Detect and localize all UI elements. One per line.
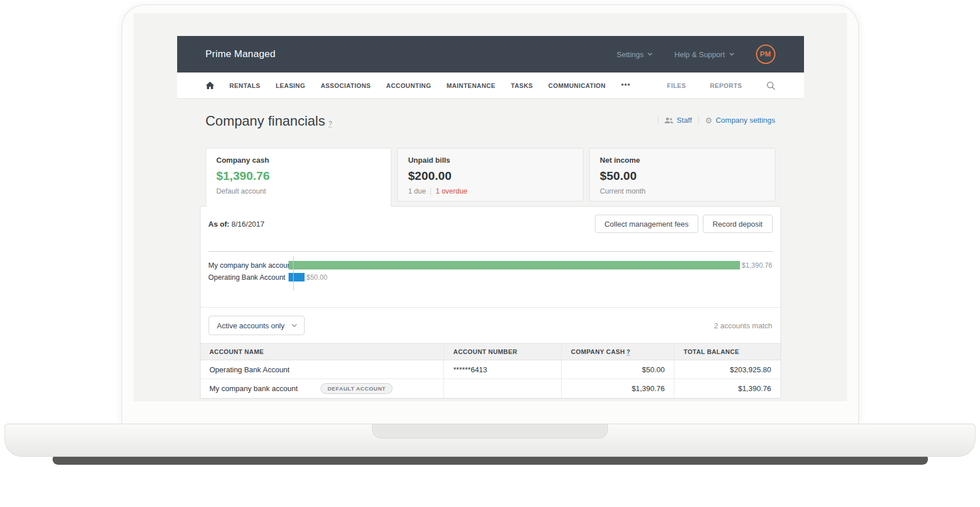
settings-menu-label: Settings <box>617 50 643 59</box>
column-header-company-cash: COMPANY CASH? <box>562 344 674 360</box>
accounts-match-count: 2 accounts match <box>714 321 773 330</box>
card-unpaid-bills[interactable]: Unpaid bills $200.00 1 due 1 overdue <box>397 148 583 202</box>
nav-item-maintenance[interactable]: MAINTENANCE <box>446 82 495 89</box>
account-name: Operating Bank Account <box>210 365 290 374</box>
nav-item-communication[interactable]: COMMUNICATION <box>549 82 606 89</box>
user-avatar[interactable]: PM <box>756 45 775 64</box>
card-company-cash[interactable]: Company cash $1,390.76 Default account <box>206 148 392 207</box>
help-support-menu[interactable]: Help & Support <box>674 50 734 59</box>
help-support-label: Help & Support <box>674 50 725 59</box>
app-header: Prime Managed Settings Help & Support PM <box>177 36 804 73</box>
as-of-label: As of: <box>209 220 230 228</box>
company-settings-link[interactable]: ⚙ Company settings <box>705 116 775 124</box>
net-income-amount: $50.00 <box>600 169 765 183</box>
nav-more-menu[interactable]: ••• <box>621 80 631 88</box>
staff-icon <box>665 117 673 124</box>
bar-my-company-bank-account <box>289 261 741 269</box>
bills-due-count: 1 due <box>408 187 426 195</box>
accounts-table: ACCOUNT NAME ACCOUNT NUMBER COMPANY CASH… <box>201 343 781 398</box>
chart-category-label: My company bank account <box>209 261 289 269</box>
column-header-account-name: ACCOUNT NAME <box>201 344 444 360</box>
bar-value-label: $50.00 <box>306 273 327 281</box>
column-header-label: COMPANY CASH <box>571 348 625 355</box>
card-label: Company cash <box>217 156 381 164</box>
account-name-cell: Operating Bank Account <box>201 360 444 379</box>
staff-link[interactable]: Staff <box>665 116 692 124</box>
net-income-sub: Current month <box>600 187 765 195</box>
card-label: Net income <box>600 156 765 164</box>
account-number-cell: ******6413 <box>444 360 562 379</box>
chevron-down-icon <box>291 324 297 328</box>
chevron-down-icon <box>729 53 734 56</box>
chart-category-label: Operating Bank Account <box>209 273 289 281</box>
summary-cards: Company cash $1,390.76 Default account U… <box>206 148 775 202</box>
gear-icon: ⚙ <box>705 116 713 124</box>
home-icon[interactable] <box>206 82 214 89</box>
screen: Prime Managed Settings Help & Support PM <box>134 13 847 401</box>
company-cash-cell: $50.00 <box>562 360 674 379</box>
account-number-cell <box>444 379 562 398</box>
staff-link-label: Staff <box>677 116 692 124</box>
column-header-account-number: ACCOUNT NUMBER <box>444 344 562 360</box>
account-name: My company bank account <box>210 384 298 393</box>
bar-operating-bank-account <box>289 273 305 281</box>
divider <box>658 116 658 124</box>
main-nav: RENTALS LEASING ASSOCIATIONS ACCOUNTING … <box>177 73 804 99</box>
chart-axis-line <box>293 256 294 291</box>
nav-item-leasing[interactable]: LEASING <box>275 82 305 89</box>
unpaid-bills-amount: $200.00 <box>408 169 573 183</box>
collect-management-fees-button[interactable]: Collect management fees <box>595 215 698 233</box>
accounts-filter-dropdown[interactable]: Active accounts only <box>209 316 305 335</box>
nav-item-files[interactable]: FILES <box>667 82 686 89</box>
nav-item-accounting[interactable]: ACCOUNTING <box>386 82 431 89</box>
as-of-value: 8/16/2017 <box>231 220 265 228</box>
divider <box>209 251 773 252</box>
company-settings-link-label: Company settings <box>715 116 775 124</box>
nav-item-rentals[interactable]: RENTALS <box>230 82 261 89</box>
bills-overdue-count: 1 overdue <box>435 187 467 195</box>
divider <box>698 116 699 124</box>
nav-item-reports[interactable]: REPORTS <box>710 82 742 89</box>
laptop-screen-frame: Prime Managed Settings Help & Support PM <box>122 5 859 424</box>
accounts-filter-value: Active accounts only <box>217 321 285 330</box>
account-name-cell: My company bank accountDEFAULT ACCOUNT <box>201 379 444 398</box>
page-content: Company financials? Staff ⚙ Compan <box>177 99 804 399</box>
column-help-icon[interactable]: ? <box>627 349 631 356</box>
column-header-total-balance: TOTAL BALANCE <box>674 344 781 360</box>
card-net-income[interactable]: Net income $50.00 Current month <box>589 148 775 202</box>
page-title: Company financials <box>206 113 325 128</box>
company-cash-cell: $1,390.76 <box>562 379 674 398</box>
settings-menu[interactable]: Settings <box>617 50 653 59</box>
company-cash-sub: Default account <box>217 187 381 195</box>
table-row: My company bank accountDEFAULT ACCOUNT $… <box>201 379 781 398</box>
total-balance-cell: $203,925.80 <box>674 360 781 379</box>
record-deposit-button[interactable]: Record deposit <box>703 215 772 233</box>
title-help-icon[interactable]: ? <box>329 120 332 127</box>
as-of-date: As of: 8/16/2017 <box>209 220 265 228</box>
total-balance-cell: $1,390.76 <box>674 379 781 398</box>
company-cash-panel: As of: 8/16/2017 Collect management fees… <box>200 206 781 399</box>
bar-value-label: $1,390.76 <box>742 261 772 269</box>
chevron-down-icon <box>647 53 653 56</box>
accounts-bar-chart: My company bank account $1,390.76 Operat… <box>209 261 773 307</box>
search-icon[interactable] <box>766 81 775 90</box>
default-account-badge: DEFAULT ACCOUNT <box>321 383 393 394</box>
card-label: Unpaid bills <box>408 156 573 164</box>
nav-item-associations[interactable]: ASSOCIATIONS <box>321 82 371 89</box>
table-row: Operating Bank Account ******6413 $50.00… <box>201 360 781 379</box>
brand-name: Prime Managed <box>206 49 276 60</box>
app-window: Prime Managed Settings Help & Support PM <box>177 13 804 399</box>
divider <box>430 188 431 195</box>
table-header-row: ACCOUNT NAME ACCOUNT NUMBER COMPANY CASH… <box>201 344 781 360</box>
laptop-mockup: Prime Managed Settings Help & Support PM <box>0 0 980 507</box>
laptop-base-notch <box>372 424 608 438</box>
company-cash-amount: $1,390.76 <box>217 169 381 183</box>
nav-item-tasks[interactable]: TASKS <box>511 82 533 89</box>
